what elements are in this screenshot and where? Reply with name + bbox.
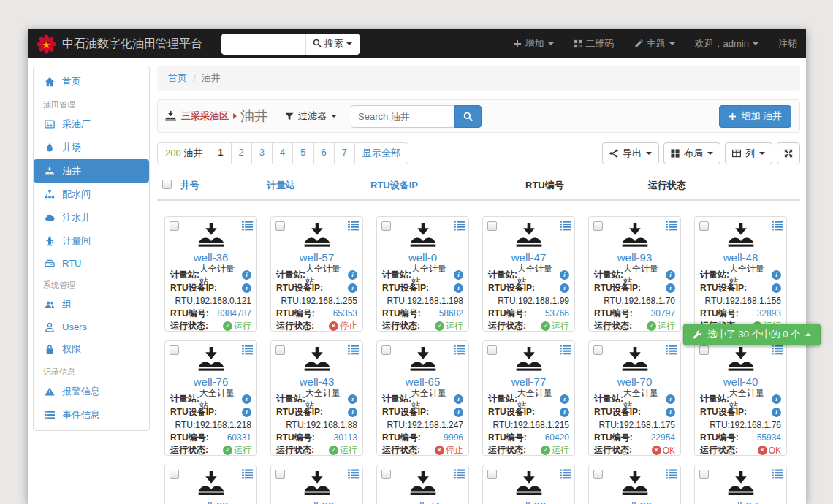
sidebar-item-home[interactable]: 首页 [34, 70, 149, 93]
card-checkbox[interactable] [487, 221, 497, 231]
rtu-number-value[interactable]: 53766 [545, 308, 569, 318]
card-checkbox[interactable] [699, 345, 709, 355]
rtu-number-value[interactable]: 60331 [227, 432, 251, 443]
rtu-number-value[interactable]: 58682 [439, 308, 463, 318]
page-button-3[interactable]: 3 [251, 142, 273, 164]
info-icon[interactable]: i [454, 283, 463, 293]
info-icon[interactable]: i [560, 408, 569, 417]
card-menu-icon[interactable] [772, 345, 783, 355]
card-menu-icon[interactable] [242, 345, 253, 355]
nav-item-qrcode[interactable]: 二维码 [574, 37, 615, 50]
info-icon[interactable]: i [348, 283, 357, 293]
well-name-link[interactable]: well-65 [377, 375, 468, 388]
info-icon[interactable]: i [666, 394, 675, 404]
sidebar-item-event-info[interactable]: 事件信息 [34, 403, 149, 427]
card-checkbox[interactable] [487, 470, 497, 479]
well-name-link[interactable]: well-57 [271, 251, 362, 264]
info-icon[interactable]: i [242, 270, 251, 280]
card-menu-icon[interactable] [560, 221, 571, 231]
well-name-link[interactable]: well-36 [165, 251, 256, 264]
card-menu-icon[interactable] [560, 345, 571, 355]
card-menu-icon[interactable] [666, 345, 677, 355]
breadcrumb-link[interactable]: 首页 [168, 72, 187, 85]
card-menu-icon[interactable] [242, 221, 253, 231]
card-checkbox[interactable] [275, 470, 285, 479]
nav-item-theme[interactable]: 主题 [634, 37, 675, 50]
rtu-number-value[interactable]: 55934 [757, 432, 781, 443]
card-menu-icon[interactable] [772, 469, 783, 479]
info-icon[interactable]: i [454, 408, 463, 417]
brand[interactable]: 中石油数字化油田管理平台 [37, 34, 202, 54]
rtu-number-value[interactable]: 22954 [651, 432, 675, 443]
card-menu-icon[interactable] [454, 469, 465, 479]
info-icon[interactable]: i [666, 270, 675, 280]
rtu-number-value[interactable]: 32893 [757, 308, 781, 318]
sidebar-item-well-site[interactable]: 井场 [34, 136, 149, 159]
card-menu-icon[interactable] [772, 221, 783, 231]
info-icon[interactable]: i [348, 408, 357, 417]
card-menu-icon[interactable] [348, 345, 359, 355]
filter-dropdown[interactable]: 过滤器 [285, 110, 337, 123]
page-button-2[interactable]: 2 [231, 142, 252, 164]
well-name-link[interactable]: well-77 [483, 375, 574, 388]
nav-item-welcome-admin[interactable]: 欢迎，admin [695, 37, 758, 50]
sidebar-item-permissions[interactable]: 权限 [34, 337, 149, 361]
layout-button[interactable]: 布局 [663, 142, 720, 164]
rtu-number-value[interactable]: 30797 [651, 308, 675, 318]
well-name-link[interactable]: well-89 [271, 500, 362, 504]
info-icon[interactable]: i [666, 408, 675, 417]
info-icon[interactable]: i [560, 394, 569, 404]
navbar-search-button[interactable]: 搜索 [305, 34, 360, 55]
well-name-link[interactable]: well-68 [165, 500, 256, 504]
show-all-button[interactable]: 显示全部 [354, 142, 408, 164]
column-header-3[interactable]: RTU设备IP [369, 179, 524, 192]
well-name-link[interactable]: well-20 [483, 500, 574, 504]
rtu-number-value[interactable]: 9996 [444, 432, 463, 443]
column-header-1[interactable]: 井号 [179, 179, 265, 192]
card-checkbox[interactable] [699, 470, 709, 479]
fullscreen-button[interactable] [777, 142, 800, 164]
nav-item-add[interactable]: 增加 [513, 37, 554, 50]
sidebar-item-oil-plant[interactable]: 采油厂 [34, 112, 149, 136]
region-selector[interactable]: 三采采油区 [164, 110, 237, 123]
card-checkbox[interactable] [699, 221, 709, 231]
info-icon[interactable]: i [454, 270, 463, 280]
well-name-link[interactable]: well-39 [589, 500, 680, 504]
select-all-checkbox[interactable] [162, 180, 172, 189]
card-checkbox[interactable] [275, 345, 285, 355]
card-checkbox[interactable] [170, 470, 179, 479]
card-menu-icon[interactable] [454, 221, 465, 231]
sidebar-item-groups[interactable]: 组 [34, 293, 149, 316]
info-icon[interactable]: i [348, 270, 357, 280]
card-checkbox[interactable] [275, 221, 285, 231]
sidebar-item-injection-well[interactable]: 注水井 [34, 206, 149, 229]
well-name-link[interactable]: well-40 [695, 375, 786, 388]
card-menu-icon[interactable] [348, 221, 359, 231]
rtu-number-value[interactable]: 8384787 [217, 308, 251, 318]
entity-search-input[interactable] [351, 105, 454, 128]
columns-button[interactable]: 列 [725, 142, 772, 164]
page-button-5[interactable]: 5 [292, 142, 313, 164]
sidebar-item-users[interactable]: Users [34, 316, 149, 337]
card-checkbox[interactable] [381, 221, 391, 231]
card-checkbox[interactable] [381, 345, 391, 355]
info-icon[interactable]: i [242, 394, 251, 404]
card-menu-icon[interactable] [242, 469, 253, 479]
navbar-search-input[interactable] [221, 34, 305, 55]
card-checkbox[interactable] [170, 345, 179, 355]
well-name-link[interactable]: well-93 [589, 251, 680, 264]
sidebar-item-oil-well[interactable]: 油井 [34, 159, 149, 183]
card-checkbox[interactable] [381, 470, 391, 479]
card-checkbox[interactable] [593, 470, 603, 479]
sidebar-item-rtu[interactable]: RTU [34, 253, 149, 274]
well-name-link[interactable]: well-70 [589, 375, 680, 388]
well-name-link[interactable]: well-43 [271, 375, 362, 388]
sidebar-item-alarm-info[interactable]: 报警信息 [34, 380, 149, 403]
card-menu-icon[interactable] [666, 221, 677, 231]
info-icon[interactable]: i [454, 394, 463, 404]
page-button-7[interactable]: 7 [334, 142, 355, 164]
info-icon[interactable]: i [242, 408, 251, 417]
page-button-4[interactable]: 4 [272, 142, 293, 164]
info-icon[interactable]: i [772, 394, 781, 404]
info-icon[interactable]: i [666, 283, 675, 293]
